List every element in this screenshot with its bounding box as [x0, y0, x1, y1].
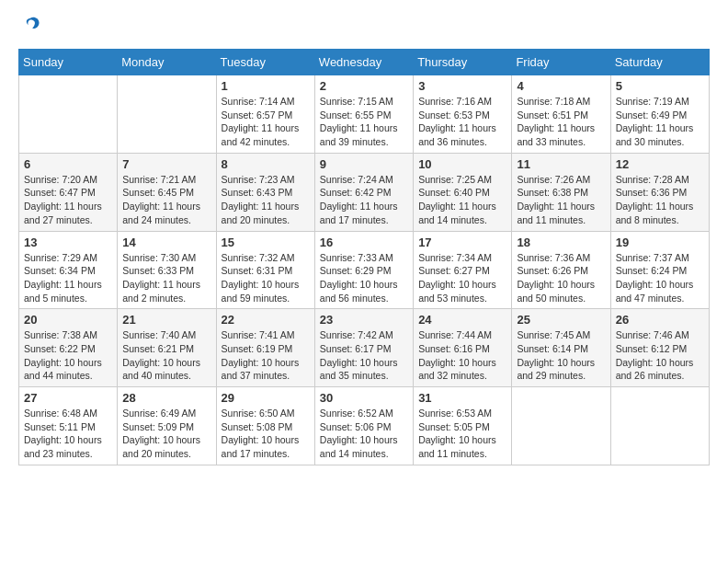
day-info: Sunrise: 7:45 AM Sunset: 6:14 PM Dayligh… — [517, 328, 605, 383]
calendar-day-header: Tuesday — [216, 50, 314, 75]
day-number: 21 — [122, 313, 210, 327]
calendar-cell: 22Sunrise: 7:41 AM Sunset: 6:19 PM Dayli… — [216, 309, 314, 387]
day-info: Sunrise: 7:37 AM Sunset: 6:24 PM Dayligh… — [616, 251, 704, 305]
calendar-day-header: Sunday — [19, 50, 118, 75]
calendar-cell: 5Sunrise: 7:19 AM Sunset: 6:49 PM Daylig… — [610, 75, 709, 154]
calendar-cell: 31Sunrise: 6:53 AM Sunset: 5:05 PM Dayli… — [414, 387, 512, 465]
calendar-cell: 28Sunrise: 6:49 AM Sunset: 5:09 PM Dayli… — [118, 387, 216, 465]
day-info: Sunrise: 7:38 AM Sunset: 6:22 PM Dayligh… — [24, 328, 112, 383]
calendar-day-header: Friday — [512, 50, 610, 75]
day-number: 20 — [24, 313, 112, 327]
calendar-week-row: 20Sunrise: 7:38 AM Sunset: 6:22 PM Dayli… — [19, 309, 710, 387]
day-number: 22 — [222, 313, 310, 327]
calendar-cell: 20Sunrise: 7:38 AM Sunset: 6:22 PM Dayli… — [19, 309, 118, 387]
day-info: Sunrise: 7:15 AM Sunset: 6:55 PM Dayligh… — [320, 95, 408, 149]
day-info: Sunrise: 7:42 AM Sunset: 6:17 PM Dayligh… — [320, 328, 408, 383]
day-number: 14 — [122, 236, 210, 249]
calendar-day-header: Monday — [118, 50, 216, 75]
calendar-day-header: Saturday — [610, 50, 709, 75]
day-info: Sunrise: 7:32 AM Sunset: 6:31 PM Dayligh… — [222, 251, 310, 305]
day-info: Sunrise: 6:48 AM Sunset: 5:11 PM Dayligh… — [24, 407, 112, 461]
day-number: 16 — [320, 236, 408, 249]
day-number: 6 — [24, 157, 112, 171]
calendar-week-row: 6Sunrise: 7:20 AM Sunset: 6:47 PM Daylig… — [19, 153, 710, 231]
calendar-table: SundayMondayTuesdayWednesdayThursdayFrid… — [18, 49, 710, 465]
day-number: 8 — [222, 157, 310, 171]
day-info: Sunrise: 7:21 AM Sunset: 6:45 PM Dayligh… — [122, 173, 210, 227]
calendar-cell: 21Sunrise: 7:40 AM Sunset: 6:21 PM Dayli… — [118, 309, 216, 387]
day-number: 29 — [222, 391, 310, 405]
calendar-cell: 14Sunrise: 7:30 AM Sunset: 6:33 PM Dayli… — [118, 231, 216, 309]
page-header — [18, 18, 710, 35]
day-info: Sunrise: 7:33 AM Sunset: 6:29 PM Dayligh… — [320, 251, 408, 305]
day-number: 31 — [418, 391, 506, 405]
day-number: 13 — [24, 236, 112, 249]
day-info: Sunrise: 7:23 AM Sunset: 6:43 PM Dayligh… — [222, 173, 310, 227]
day-number: 18 — [517, 236, 605, 249]
calendar-cell: 2Sunrise: 7:15 AM Sunset: 6:55 PM Daylig… — [314, 75, 413, 154]
day-number: 10 — [418, 157, 506, 171]
day-info: Sunrise: 7:34 AM Sunset: 6:27 PM Dayligh… — [418, 251, 506, 305]
day-number: 23 — [320, 313, 408, 327]
day-number: 11 — [517, 157, 605, 171]
calendar-cell: 29Sunrise: 6:50 AM Sunset: 5:08 PM Dayli… — [216, 387, 314, 465]
day-info: Sunrise: 7:16 AM Sunset: 6:53 PM Dayligh… — [418, 95, 506, 149]
calendar-cell: 4Sunrise: 7:18 AM Sunset: 6:51 PM Daylig… — [512, 75, 610, 154]
calendar-cell: 15Sunrise: 7:32 AM Sunset: 6:31 PM Dayli… — [216, 231, 314, 309]
day-info: Sunrise: 7:25 AM Sunset: 6:40 PM Dayligh… — [418, 173, 506, 227]
day-number: 9 — [320, 157, 408, 171]
calendar-cell: 11Sunrise: 7:26 AM Sunset: 6:38 PM Dayli… — [512, 153, 610, 231]
day-number: 28 — [122, 391, 210, 405]
calendar-cell: 27Sunrise: 6:48 AM Sunset: 5:11 PM Dayli… — [19, 387, 118, 465]
calendar-cell — [118, 75, 216, 154]
day-number: 27 — [24, 391, 112, 405]
calendar-day-header: Wednesday — [314, 50, 413, 75]
calendar-week-row: 27Sunrise: 6:48 AM Sunset: 5:11 PM Dayli… — [19, 387, 710, 465]
day-number: 17 — [418, 236, 506, 249]
calendar-cell: 3Sunrise: 7:16 AM Sunset: 6:53 PM Daylig… — [414, 75, 512, 154]
calendar-cell: 7Sunrise: 7:21 AM Sunset: 6:45 PM Daylig… — [118, 153, 216, 231]
day-info: Sunrise: 7:24 AM Sunset: 6:42 PM Dayligh… — [320, 173, 408, 227]
calendar-cell: 6Sunrise: 7:20 AM Sunset: 6:47 PM Daylig… — [19, 153, 118, 231]
logo — [18, 18, 40, 35]
day-number: 26 — [616, 313, 704, 327]
day-number: 25 — [517, 313, 605, 327]
day-info: Sunrise: 6:49 AM Sunset: 5:09 PM Dayligh… — [122, 407, 210, 461]
day-info: Sunrise: 7:29 AM Sunset: 6:34 PM Dayligh… — [24, 251, 112, 305]
day-info: Sunrise: 7:44 AM Sunset: 6:16 PM Dayligh… — [418, 328, 506, 383]
calendar-cell: 9Sunrise: 7:24 AM Sunset: 6:42 PM Daylig… — [314, 153, 413, 231]
calendar-cell: 16Sunrise: 7:33 AM Sunset: 6:29 PM Dayli… — [314, 231, 413, 309]
day-number: 30 — [320, 391, 408, 405]
day-info: Sunrise: 7:18 AM Sunset: 6:51 PM Dayligh… — [517, 95, 605, 149]
day-info: Sunrise: 7:46 AM Sunset: 6:12 PM Dayligh… — [616, 328, 704, 383]
day-number: 12 — [616, 157, 704, 171]
logo-bird-icon — [20, 15, 40, 35]
calendar-cell: 26Sunrise: 7:46 AM Sunset: 6:12 PM Dayli… — [610, 309, 709, 387]
day-number: 15 — [222, 236, 310, 249]
day-number: 3 — [418, 79, 506, 93]
day-info: Sunrise: 7:14 AM Sunset: 6:57 PM Dayligh… — [222, 95, 310, 149]
calendar-cell: 1Sunrise: 7:14 AM Sunset: 6:57 PM Daylig… — [216, 75, 314, 154]
calendar-cell: 10Sunrise: 7:25 AM Sunset: 6:40 PM Dayli… — [414, 153, 512, 231]
day-number: 7 — [122, 157, 210, 171]
calendar-cell — [512, 387, 610, 465]
calendar-cell: 30Sunrise: 6:52 AM Sunset: 5:06 PM Dayli… — [314, 387, 413, 465]
calendar-cell: 25Sunrise: 7:45 AM Sunset: 6:14 PM Dayli… — [512, 309, 610, 387]
day-info: Sunrise: 6:50 AM Sunset: 5:08 PM Dayligh… — [222, 407, 310, 461]
calendar-cell: 13Sunrise: 7:29 AM Sunset: 6:34 PM Dayli… — [19, 231, 118, 309]
calendar-cell: 8Sunrise: 7:23 AM Sunset: 6:43 PM Daylig… — [216, 153, 314, 231]
calendar-cell: 18Sunrise: 7:36 AM Sunset: 6:26 PM Dayli… — [512, 231, 610, 309]
day-info: Sunrise: 7:19 AM Sunset: 6:49 PM Dayligh… — [616, 95, 704, 149]
day-info: Sunrise: 7:41 AM Sunset: 6:19 PM Dayligh… — [222, 328, 310, 383]
day-info: Sunrise: 7:30 AM Sunset: 6:33 PM Dayligh… — [122, 251, 210, 305]
day-info: Sunrise: 6:52 AM Sunset: 5:06 PM Dayligh… — [320, 407, 408, 461]
day-number: 24 — [418, 313, 506, 327]
calendar-cell: 19Sunrise: 7:37 AM Sunset: 6:24 PM Dayli… — [610, 231, 709, 309]
day-number: 19 — [616, 236, 704, 249]
day-info: Sunrise: 6:53 AM Sunset: 5:05 PM Dayligh… — [418, 407, 506, 461]
day-number: 1 — [222, 79, 310, 93]
calendar-cell — [610, 387, 709, 465]
calendar-cell: 17Sunrise: 7:34 AM Sunset: 6:27 PM Dayli… — [414, 231, 512, 309]
day-info: Sunrise: 7:40 AM Sunset: 6:21 PM Dayligh… — [122, 328, 210, 383]
calendar-day-header: Thursday — [414, 50, 512, 75]
